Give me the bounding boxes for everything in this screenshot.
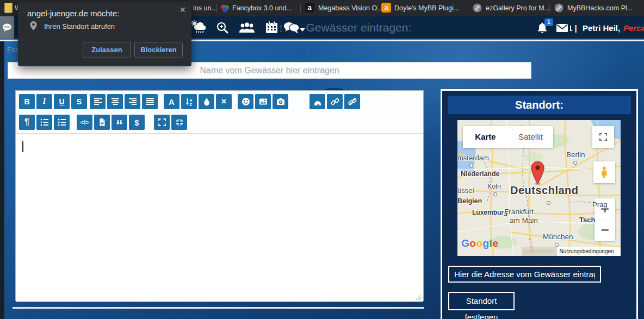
- code-button[interactable]: </>: [77, 115, 92, 130]
- user-rank: Perca: [623, 23, 644, 33]
- browser-tab[interactable]: Megabass Vision O...: [318, 4, 383, 12]
- map-label-amsterdam: msterdam: [457, 154, 489, 162]
- notification-badge: 1: [544, 18, 553, 26]
- remove-format-button[interactable]: ×: [216, 94, 232, 109]
- satellite-view-button[interactable]: Satellit: [508, 126, 553, 148]
- map-view-button[interactable]: Karte: [463, 126, 508, 148]
- google-letter: e: [492, 237, 498, 249]
- map-label-bruessel: üssel: [457, 186, 474, 195]
- media-button[interactable]: [309, 94, 325, 109]
- set-location-button[interactable]: Standort festlegen: [448, 292, 515, 310]
- pilcrow-button[interactable]: ¶: [19, 115, 35, 130]
- tab1-favicon: [4, 3, 13, 13]
- text-cursor: [22, 141, 23, 152]
- justify-button[interactable]: [142, 94, 158, 109]
- font-size-button[interactable]: A Z: [181, 94, 197, 109]
- align-center-button[interactable]: [107, 94, 123, 109]
- messages-envelope-icon[interactable]: [554, 22, 570, 36]
- droplet-icon: [202, 97, 211, 106]
- insert-image-button[interactable]: [255, 94, 271, 109]
- pegman-button[interactable]: [593, 161, 615, 183]
- nutzungsbedingungen-link[interactable]: Nutzungsbedingungen: [557, 247, 621, 256]
- emoji-button[interactable]: [238, 94, 253, 109]
- rich-text-editor: B I U S A A Z ×: [15, 90, 424, 301]
- browser-tab[interactable]: Fancybox 3.0 und...: [232, 4, 292, 12]
- map-attribution: Kartendaten Nutzungsbedingungen: [522, 247, 621, 256]
- align-center-icon: [111, 97, 120, 106]
- numbered-list-button[interactable]: [54, 115, 70, 130]
- location-permission-dialog: angel-juenger.de möchte: × Ihren Standor…: [18, 2, 191, 66]
- close-icon[interactable]: ×: [179, 4, 185, 16]
- expand-icon: [158, 118, 166, 127]
- maximize-button[interactable]: [154, 115, 170, 130]
- document-button[interactable]: [94, 115, 110, 130]
- resize-handle[interactable]: [416, 294, 422, 300]
- location-pin-icon: [30, 21, 37, 30]
- map-label-niederlande: Niederlande: [461, 170, 500, 178]
- tab-separator: [300, 4, 301, 12]
- browser-tab[interactable]: los un...: [193, 4, 217, 12]
- dialog-title: angel-juenger.de möchte:: [27, 9, 119, 18]
- chat-toggle-button[interactable]: [0, 16, 14, 39]
- tab-separator: [216, 4, 217, 12]
- city-dot: [493, 192, 497, 196]
- svg-text:A: A: [189, 98, 192, 102]
- city-dot: [469, 164, 473, 167]
- editor-text-area[interactable]: [16, 133, 423, 302]
- quote-button[interactable]: “: [112, 115, 127, 130]
- kartendaten-link[interactable]: Kartendaten: [522, 247, 557, 256]
- svg-text:Z: Z: [189, 103, 192, 107]
- text-color-button[interactable]: [199, 94, 214, 109]
- tab-separator: [549, 4, 550, 12]
- browser-tab[interactable]: MyBBHacks.com Pl...: [567, 4, 633, 12]
- chat-bubble-icon: [2, 23, 12, 32]
- calendar-icon[interactable]: [263, 20, 280, 37]
- align-left-button[interactable]: [90, 94, 106, 109]
- bold-button[interactable]: B: [19, 94, 35, 109]
- map-label-frankfurt: Frankfurt: [504, 208, 534, 216]
- google-letter: o: [476, 237, 482, 249]
- address-input[interactable]: [448, 266, 601, 283]
- map-label-berlin: Berlin: [566, 151, 585, 159]
- browser-tab[interactable]: Doyle's MyBB Plugi...: [394, 4, 459, 12]
- google-letter: g: [483, 237, 490, 249]
- php-button[interactable]: $: [129, 115, 145, 130]
- browser-tab[interactable]: ezGallery Pro for M...: [486, 4, 550, 12]
- members-icon[interactable]: [237, 21, 257, 37]
- align-right-button[interactable]: [125, 94, 140, 109]
- google-map[interactable]: msterdam Niederlande üssel Köln Berlin B…: [457, 120, 621, 256]
- globe-favicon: [473, 3, 482, 12]
- font-button[interactable]: A: [164, 94, 179, 109]
- underline-button[interactable]: U: [54, 94, 70, 109]
- bullet-list-button[interactable]: [36, 115, 52, 130]
- fullscreen-icon: [599, 133, 608, 141]
- username-link[interactable]: Petri Heil,: [583, 23, 620, 33]
- allow-button[interactable]: Zulassen: [83, 42, 131, 58]
- map-label-luxemburg: Luxemburg: [472, 209, 507, 216]
- sort-az-icon: A Z: [185, 97, 194, 106]
- italic-button[interactable]: I: [36, 94, 52, 109]
- document-icon: [98, 118, 107, 127]
- amazon-favicon: a: [381, 3, 391, 12]
- city-dot: [547, 201, 550, 205]
- map-label-prag: Prag: [592, 201, 607, 209]
- block-button[interactable]: Blockieren: [134, 42, 183, 58]
- compress-icon: [175, 118, 184, 127]
- camera-button[interactable]: [273, 94, 288, 109]
- fullscreen-button[interactable]: [592, 126, 614, 148]
- camera-icon: [276, 97, 285, 106]
- google-letter: o: [469, 237, 476, 249]
- google-letter: G: [461, 237, 469, 249]
- panel-title: Standort:: [448, 96, 631, 114]
- map-marker-pin[interactable]: [531, 161, 544, 185]
- insert-link-button[interactable]: [327, 94, 343, 109]
- minimize-button[interactable]: [171, 115, 187, 130]
- image-icon: [259, 97, 268, 106]
- search-zoom-icon[interactable]: [214, 20, 231, 37]
- standort-panel: Standort:: [441, 89, 638, 319]
- zoom-out-button[interactable]: −: [595, 220, 615, 241]
- strikethrough-button[interactable]: S: [71, 94, 87, 109]
- screen: W los un... Fancybox 3.0 und... a Megaba…: [0, 0, 644, 319]
- unlink-button[interactable]: [344, 94, 360, 109]
- align-right-icon: [128, 97, 137, 106]
